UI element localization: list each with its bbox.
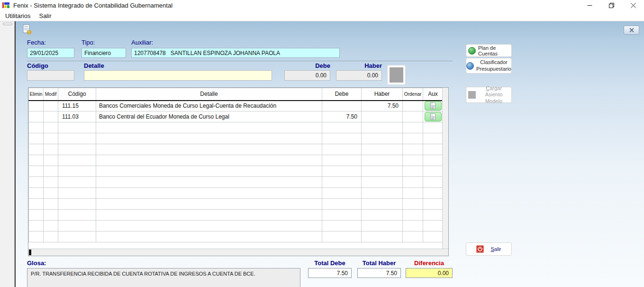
cell-modif bbox=[44, 177, 58, 188]
cell-detalle bbox=[96, 188, 322, 199]
cell-aux bbox=[423, 221, 443, 231]
cell-modif bbox=[44, 133, 58, 144]
cell-debe bbox=[322, 122, 362, 133]
cell-codigo bbox=[58, 166, 96, 177]
cell-ordenar bbox=[403, 199, 423, 210]
inner-close-button[interactable] bbox=[624, 26, 639, 35]
empty-row bbox=[29, 199, 443, 210]
horizontal-scrollbar-thumb[interactable] bbox=[29, 250, 31, 255]
cell-codigo bbox=[58, 210, 96, 221]
fecha-label: Fecha: bbox=[27, 39, 46, 46]
auxiliar-label: Auxiliar: bbox=[131, 39, 153, 46]
menu-salir[interactable]: Salir bbox=[35, 11, 55, 20]
clasificador-label-line2: Presupuestario bbox=[476, 66, 511, 72]
cell-codigo bbox=[58, 133, 96, 144]
cell-aux bbox=[423, 155, 443, 166]
cargar-asiento-modelo-button[interactable]: Cargar Asiento Modelo bbox=[466, 87, 512, 103]
close-button[interactable] bbox=[622, 0, 644, 10]
cell-modif bbox=[44, 210, 58, 221]
entry-row[interactable]: 111.15Bancos Comerciales Moneda de Curso… bbox=[29, 101, 443, 111]
cell-debe bbox=[322, 144, 362, 155]
cell-modif bbox=[44, 231, 58, 242]
cell-ordenar bbox=[403, 231, 423, 242]
debe-label: Debe bbox=[284, 62, 330, 69]
total-debe-field: 7.50 bbox=[308, 268, 352, 278]
cell-codigo: 111.03 bbox=[58, 111, 96, 122]
cell-haber bbox=[362, 221, 403, 231]
horizontal-scrollbar[interactable] bbox=[28, 249, 448, 256]
cell-codigo bbox=[58, 177, 96, 188]
salir-button[interactable]: Salir bbox=[466, 242, 512, 256]
plan-de-cuentas-button[interactable]: Plan de Cuentas bbox=[466, 44, 512, 57]
codigo-label: Código bbox=[27, 62, 48, 69]
cell-ordenar bbox=[403, 166, 423, 177]
cell-elimin bbox=[29, 122, 44, 133]
cell-codigo bbox=[58, 231, 96, 242]
cell-detalle bbox=[96, 144, 322, 155]
minimize-button[interactable] bbox=[579, 0, 600, 10]
cell-haber bbox=[362, 111, 403, 122]
glosa-input[interactable]: P/R. TRANSFERENCIA RECIBIDA DE CUENTA RO… bbox=[27, 268, 300, 287]
aux-button[interactable] bbox=[425, 101, 442, 111]
cell-haber bbox=[362, 144, 403, 155]
cell-aux bbox=[423, 144, 443, 155]
cell-elimin bbox=[29, 221, 44, 231]
entry-row[interactable]: 111.03Banco Central del Ecuador Moneda d… bbox=[29, 111, 443, 122]
green-sphere-icon bbox=[468, 47, 476, 55]
cell-haber bbox=[362, 199, 403, 210]
cell-detalle bbox=[96, 122, 322, 133]
codigo-input[interactable] bbox=[27, 70, 74, 81]
left-panel[interactable] bbox=[0, 21, 15, 287]
cell-haber bbox=[362, 155, 403, 166]
empty-row bbox=[29, 144, 443, 155]
cell-modif bbox=[44, 199, 58, 210]
cell-debe: 7.50 bbox=[322, 111, 362, 122]
total-haber-label: Total Haber bbox=[356, 259, 402, 267]
cell-debe bbox=[322, 210, 362, 221]
cell-elimin bbox=[29, 199, 44, 210]
haber-input[interactable]: 0.00 bbox=[336, 70, 382, 81]
cell-modif bbox=[44, 122, 58, 133]
diferencia-label: Diferencia bbox=[406, 259, 453, 267]
cell-modif bbox=[44, 188, 58, 199]
col-header-detalle: Detalle bbox=[96, 88, 322, 101]
cell-modif bbox=[44, 166, 58, 177]
cell-debe bbox=[322, 155, 362, 166]
col-header-debe: Debe bbox=[322, 88, 362, 101]
entries-table-body: 111.15Bancos Comerciales Moneda de Curso… bbox=[29, 101, 443, 242]
fecha-field[interactable]: 29/01/2025 bbox=[27, 48, 74, 58]
restore-button[interactable] bbox=[600, 0, 622, 10]
cell-ordenar bbox=[403, 188, 423, 199]
aux-button[interactable] bbox=[425, 112, 442, 121]
cell-haber: 7.50 bbox=[362, 101, 403, 111]
detalle-input[interactable] bbox=[84, 70, 272, 81]
empty-row bbox=[29, 221, 443, 231]
auxiliar-field[interactable]: 1207708478 SANTILLAN ESPINOZA JOHANNA PA… bbox=[131, 48, 340, 58]
tipo-field[interactable]: Financiero bbox=[82, 48, 126, 58]
menu-utilitarios[interactable]: Utilitarios bbox=[1, 11, 35, 20]
notepad-icon bbox=[430, 102, 435, 109]
cell-haber bbox=[362, 231, 403, 242]
cell-debe bbox=[322, 177, 362, 188]
cell-detalle bbox=[96, 166, 322, 177]
clasificador-presupuestario-button[interactable]: Clasificador Presupuestario bbox=[466, 58, 512, 74]
cell-ordenar bbox=[403, 210, 423, 221]
panel-grip[interactable] bbox=[3, 23, 12, 25]
cell-debe bbox=[322, 166, 362, 177]
vertical-scrollbar[interactable] bbox=[442, 88, 448, 249]
debe-input[interactable]: 0.00 bbox=[284, 70, 330, 81]
cell-ordenar bbox=[403, 177, 423, 188]
cell-aux bbox=[423, 111, 443, 122]
cell-ordenar bbox=[403, 221, 423, 231]
cell-debe bbox=[322, 188, 362, 199]
cell-detalle bbox=[96, 177, 322, 188]
separator bbox=[27, 61, 453, 61]
tipo-label: Tipo: bbox=[82, 39, 95, 46]
add-entry-button[interactable] bbox=[387, 65, 406, 85]
cell-detalle bbox=[96, 133, 322, 144]
title-bar: Fenix - Sistema Integrado de Contabilida… bbox=[0, 0, 644, 10]
cell-detalle: Banco Central del Ecuador Moneda de Curs… bbox=[96, 111, 322, 122]
cell-modif bbox=[44, 155, 58, 166]
cell-elimin bbox=[29, 155, 44, 166]
cell-ordenar bbox=[403, 133, 423, 144]
